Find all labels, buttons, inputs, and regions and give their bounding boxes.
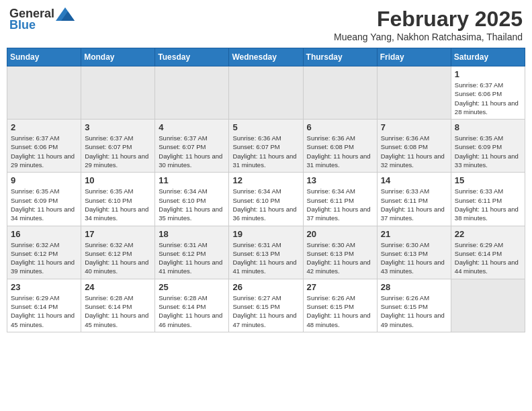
calendar-cell: 11Sunrise: 6:34 AMSunset: 6:10 PMDayligh… xyxy=(155,173,229,226)
day-number: 4 xyxy=(159,122,225,132)
day-number: 19 xyxy=(232,229,299,239)
day-number: 20 xyxy=(307,229,373,239)
day-number: 8 xyxy=(455,122,521,132)
day-number: 17 xyxy=(85,229,151,239)
calendar-cell: 24Sunrise: 6:28 AMSunset: 6:14 PMDayligh… xyxy=(81,279,155,332)
day-info: Sunrise: 6:26 AMSunset: 6:15 PMDaylight:… xyxy=(307,293,373,329)
weekday-header-saturday: Saturday xyxy=(451,48,525,66)
calendar-cell: 3Sunrise: 6:37 AMSunset: 6:07 PMDaylight… xyxy=(81,120,155,173)
day-info: Sunrise: 6:33 AMSunset: 6:11 PMDaylight:… xyxy=(455,187,521,222)
day-info: Sunrise: 6:27 AMSunset: 6:15 PMDaylight:… xyxy=(232,293,299,329)
calendar-cell: 4Sunrise: 6:37 AMSunset: 6:07 PMDaylight… xyxy=(155,120,229,173)
day-info: Sunrise: 6:37 AMSunset: 6:07 PMDaylight:… xyxy=(159,134,225,169)
day-info: Sunrise: 6:32 AMSunset: 6:12 PMDaylight:… xyxy=(11,240,77,276)
day-number: 5 xyxy=(232,122,299,132)
calendar-cell: 15Sunrise: 6:33 AMSunset: 6:11 PMDayligh… xyxy=(451,173,525,226)
calendar-table: SundayMondayTuesdayWednesdayThursdayFrid… xyxy=(7,48,525,332)
calendar-cell xyxy=(229,66,303,120)
calendar-cell: 9Sunrise: 6:35 AMSunset: 6:09 PMDaylight… xyxy=(7,173,81,226)
day-info: Sunrise: 6:37 AMSunset: 6:06 PMDaylight:… xyxy=(455,81,521,116)
day-info: Sunrise: 6:30 AMSunset: 6:13 PMDaylight:… xyxy=(307,240,373,276)
week-row-3: 9Sunrise: 6:35 AMSunset: 6:09 PMDaylight… xyxy=(7,173,525,226)
calendar-cell: 23Sunrise: 6:29 AMSunset: 6:14 PMDayligh… xyxy=(7,279,81,332)
calendar-cell: 1Sunrise: 6:37 AMSunset: 6:06 PMDaylight… xyxy=(451,66,525,120)
day-info: Sunrise: 6:35 AMSunset: 6:09 PMDaylight:… xyxy=(11,187,77,222)
day-number: 28 xyxy=(381,282,447,292)
calendar-cell: 19Sunrise: 6:31 AMSunset: 6:13 PMDayligh… xyxy=(229,226,303,279)
calendar-cell: 2Sunrise: 6:37 AMSunset: 6:06 PMDaylight… xyxy=(7,120,81,173)
day-number: 16 xyxy=(11,229,77,239)
day-info: Sunrise: 6:34 AMSunset: 6:11 PMDaylight:… xyxy=(307,187,373,222)
calendar-cell: 20Sunrise: 6:30 AMSunset: 6:13 PMDayligh… xyxy=(303,226,377,279)
day-number: 24 xyxy=(85,282,151,292)
calendar-cell: 21Sunrise: 6:30 AMSunset: 6:13 PMDayligh… xyxy=(377,226,451,279)
day-number: 11 xyxy=(159,175,225,185)
calendar-cell xyxy=(7,66,81,120)
calendar-cell: 16Sunrise: 6:32 AMSunset: 6:12 PMDayligh… xyxy=(7,226,81,279)
day-number: 25 xyxy=(159,282,225,292)
week-row-4: 16Sunrise: 6:32 AMSunset: 6:12 PMDayligh… xyxy=(7,226,525,279)
day-info: Sunrise: 6:35 AMSunset: 6:09 PMDaylight:… xyxy=(455,134,521,169)
calendar-cell: 22Sunrise: 6:29 AMSunset: 6:14 PMDayligh… xyxy=(451,226,525,279)
calendar-cell xyxy=(303,66,377,120)
calendar-cell xyxy=(155,66,229,120)
location-title: Mueang Yang, Nakhon Ratchasima, Thailand xyxy=(334,32,523,42)
week-row-2: 2Sunrise: 6:37 AMSunset: 6:06 PMDaylight… xyxy=(7,120,525,173)
day-info: Sunrise: 6:37 AMSunset: 6:07 PMDaylight:… xyxy=(85,134,151,169)
day-info: Sunrise: 6:36 AMSunset: 6:08 PMDaylight:… xyxy=(381,134,447,169)
day-info: Sunrise: 6:30 AMSunset: 6:13 PMDaylight:… xyxy=(381,240,447,276)
day-number: 22 xyxy=(455,229,521,239)
day-number: 12 xyxy=(232,175,299,185)
calendar-cell xyxy=(451,279,525,332)
day-number: 21 xyxy=(381,229,447,239)
calendar-cell: 10Sunrise: 6:35 AMSunset: 6:10 PMDayligh… xyxy=(81,173,155,226)
day-info: Sunrise: 6:34 AMSunset: 6:10 PMDaylight:… xyxy=(232,187,299,222)
day-number: 1 xyxy=(455,69,521,79)
calendar-cell: 17Sunrise: 6:32 AMSunset: 6:12 PMDayligh… xyxy=(81,226,155,279)
day-number: 27 xyxy=(307,282,373,292)
calendar-cell: 5Sunrise: 6:36 AMSunset: 6:07 PMDaylight… xyxy=(229,120,303,173)
day-number: 3 xyxy=(85,122,151,132)
calendar-cell: 7Sunrise: 6:36 AMSunset: 6:08 PMDaylight… xyxy=(377,120,451,173)
day-info: Sunrise: 6:28 AMSunset: 6:14 PMDaylight:… xyxy=(159,293,225,329)
day-info: Sunrise: 6:31 AMSunset: 6:12 PMDaylight:… xyxy=(159,240,225,276)
day-info: Sunrise: 6:31 AMSunset: 6:13 PMDaylight:… xyxy=(232,240,299,276)
week-row-5: 23Sunrise: 6:29 AMSunset: 6:14 PMDayligh… xyxy=(7,279,525,332)
logo-blue: Blue xyxy=(9,18,36,32)
logo: General Blue xyxy=(9,7,75,32)
page-header: General Blue February 2025 Mueang Yang, … xyxy=(7,7,525,42)
day-info: Sunrise: 6:32 AMSunset: 6:12 PMDaylight:… xyxy=(85,240,151,276)
weekday-header-tuesday: Tuesday xyxy=(155,48,229,66)
weekday-header-sunday: Sunday xyxy=(7,48,81,66)
day-info: Sunrise: 6:26 AMSunset: 6:15 PMDaylight:… xyxy=(381,293,447,329)
day-number: 10 xyxy=(85,175,151,185)
day-number: 9 xyxy=(11,175,77,185)
day-number: 2 xyxy=(11,122,77,132)
calendar-cell: 25Sunrise: 6:28 AMSunset: 6:14 PMDayligh… xyxy=(155,279,229,332)
day-number: 23 xyxy=(11,282,77,292)
week-row-1: 1Sunrise: 6:37 AMSunset: 6:06 PMDaylight… xyxy=(7,66,525,120)
weekday-header-wednesday: Wednesday xyxy=(229,48,303,66)
day-number: 14 xyxy=(381,175,447,185)
calendar-cell: 26Sunrise: 6:27 AMSunset: 6:15 PMDayligh… xyxy=(229,279,303,332)
calendar-cell: 13Sunrise: 6:34 AMSunset: 6:11 PMDayligh… xyxy=(303,173,377,226)
day-number: 18 xyxy=(159,229,225,239)
calendar-cell: 18Sunrise: 6:31 AMSunset: 6:12 PMDayligh… xyxy=(155,226,229,279)
weekday-header-monday: Monday xyxy=(81,48,155,66)
calendar-cell: 27Sunrise: 6:26 AMSunset: 6:15 PMDayligh… xyxy=(303,279,377,332)
day-number: 6 xyxy=(307,122,373,132)
weekday-header-friday: Friday xyxy=(377,48,451,66)
day-number: 15 xyxy=(455,175,521,185)
day-info: Sunrise: 6:37 AMSunset: 6:06 PMDaylight:… xyxy=(11,134,77,169)
weekday-header-row: SundayMondayTuesdayWednesdayThursdayFrid… xyxy=(7,48,525,66)
day-number: 26 xyxy=(232,282,299,292)
day-info: Sunrise: 6:29 AMSunset: 6:14 PMDaylight:… xyxy=(11,293,77,329)
day-info: Sunrise: 6:36 AMSunset: 6:07 PMDaylight:… xyxy=(232,134,299,169)
day-info: Sunrise: 6:36 AMSunset: 6:08 PMDaylight:… xyxy=(307,134,373,169)
calendar-cell: 28Sunrise: 6:26 AMSunset: 6:15 PMDayligh… xyxy=(377,279,451,332)
logo-icon xyxy=(56,7,75,21)
day-info: Sunrise: 6:34 AMSunset: 6:10 PMDaylight:… xyxy=(159,187,225,222)
calendar-cell xyxy=(81,66,155,120)
calendar-cell: 12Sunrise: 6:34 AMSunset: 6:10 PMDayligh… xyxy=(229,173,303,226)
calendar-cell: 6Sunrise: 6:36 AMSunset: 6:08 PMDaylight… xyxy=(303,120,377,173)
